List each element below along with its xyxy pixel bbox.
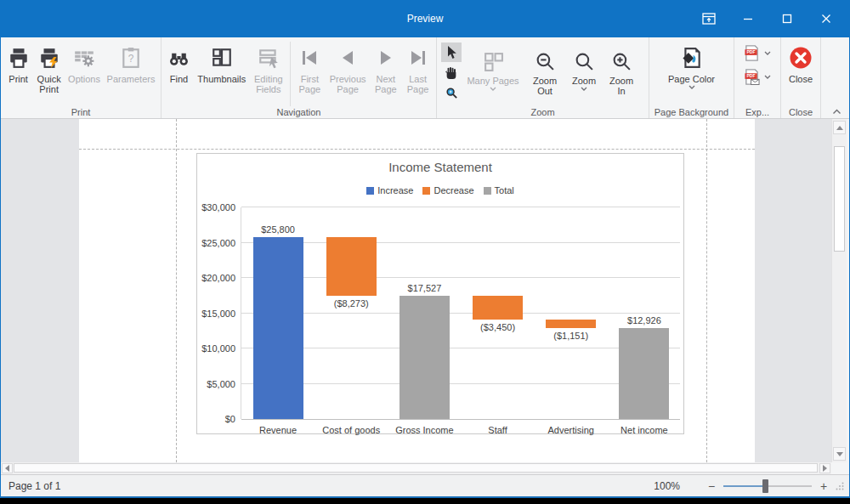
many-pages-button[interactable]: Many Pages xyxy=(463,47,523,91)
y-axis-label: $0 xyxy=(198,414,235,424)
quick-print-button[interactable]: Quick Print xyxy=(33,42,65,95)
maximize-button[interactable] xyxy=(768,7,807,31)
magnifier-glow-icon xyxy=(445,87,458,99)
chevron-down-icon xyxy=(581,87,587,91)
next-page-icon xyxy=(376,44,396,71)
page-indicator: Page 1 of 1 xyxy=(8,480,60,492)
close-window-button[interactable] xyxy=(807,7,846,31)
scroll-left-button[interactable] xyxy=(2,463,13,473)
chart-plot-area: $25,800Revenue($8,273)Cost of goods$17,5… xyxy=(241,207,680,419)
minimize-button[interactable] xyxy=(728,7,768,31)
scroll-down-button[interactable] xyxy=(833,447,846,461)
previous-page-icon xyxy=(337,44,358,71)
legend-item: Increase xyxy=(366,185,413,195)
y-axis-label: $20,000 xyxy=(198,273,235,283)
thumbnails-button[interactable]: Thumbnails xyxy=(194,42,250,84)
gridline xyxy=(241,313,680,314)
zoom-decrease-button[interactable]: − xyxy=(707,479,716,493)
zoom-button[interactable]: Zoom xyxy=(567,47,601,91)
export-document-button[interactable]: PDF xyxy=(740,45,774,61)
hand-icon xyxy=(445,66,458,80)
zoom-out-button[interactable]: Zoom Out xyxy=(523,47,567,97)
bar-revenue xyxy=(253,237,303,419)
group-label-zoom: Zoom xyxy=(437,107,649,117)
binoculars-icon xyxy=(167,44,190,71)
maximize-icon xyxy=(782,14,792,24)
ribbon-display-icon xyxy=(702,13,716,25)
scroll-up-button[interactable] xyxy=(833,121,846,134)
bar-value-label: ($3,450) xyxy=(462,322,535,332)
gridline xyxy=(241,277,680,278)
ribbon-group-page-background: Page Color Page Background xyxy=(649,37,734,118)
chevron-down-icon xyxy=(688,85,695,89)
close-preview-button[interactable]: Close xyxy=(784,42,818,84)
svg-text:PDF: PDF xyxy=(746,73,755,78)
scroll-right-button[interactable] xyxy=(819,463,830,473)
zoom-out-icon xyxy=(535,49,556,73)
bar-staff xyxy=(473,296,523,320)
previous-page-button[interactable]: Previous Page xyxy=(326,42,370,95)
page-color-button[interactable]: Page Color xyxy=(662,42,722,89)
legend-label: Decrease xyxy=(434,185,473,195)
minimize-icon xyxy=(743,14,753,24)
collapse-ribbon-chevron-icon[interactable] xyxy=(832,109,842,115)
titlebar: Preview xyxy=(1,0,849,37)
group-label-print: Print xyxy=(1,107,161,117)
ribbon-group-print: Print Quick Print xyxy=(1,37,162,118)
legend-swatch xyxy=(366,187,374,195)
bar-advertising xyxy=(546,320,596,328)
find-button[interactable]: Find xyxy=(164,42,194,84)
zoom-slider-fill xyxy=(723,485,763,487)
chevron-down-icon[interactable] xyxy=(764,51,771,55)
first-page-button[interactable]: First Page xyxy=(293,42,326,95)
hand-tool[interactable] xyxy=(441,63,462,82)
toolbar-separator xyxy=(290,42,291,106)
bar-value-label: $25,800 xyxy=(241,224,314,235)
chart-title: Income Statement xyxy=(197,160,683,174)
y-axis-label: $5,000 xyxy=(198,379,235,389)
bar-value-label: $12,926 xyxy=(608,315,681,326)
horizontal-scrollbar[interactable] xyxy=(1,462,831,474)
x-axis-label: Revenue xyxy=(241,425,314,435)
document-preview-area: Income Statement IncreaseDecreaseTotal $… xyxy=(1,119,831,462)
margin-guide-right xyxy=(706,119,707,462)
vertical-scroll-thumb[interactable] xyxy=(834,146,845,252)
resize-grip[interactable] xyxy=(836,482,844,490)
chevron-down-icon[interactable] xyxy=(764,75,771,79)
export-pdf-icon: PDF xyxy=(744,45,760,61)
margin-guide-left xyxy=(176,119,177,462)
page[interactable]: Income Statement IncreaseDecreaseTotal $… xyxy=(79,119,755,462)
svg-text:PDF: PDF xyxy=(746,49,755,54)
ribbon-display-options-button[interactable] xyxy=(689,7,728,31)
parameters-icon: ? xyxy=(121,44,141,71)
zoom-slider[interactable] xyxy=(723,485,812,487)
last-page-icon xyxy=(408,44,428,71)
thumbnails-icon xyxy=(211,44,233,71)
zoom-slider-handle[interactable] xyxy=(762,479,768,493)
group-label-navigation: Navigation xyxy=(162,107,436,117)
horizontal-scroll-thumb[interactable] xyxy=(14,463,818,473)
zoom-increase-button[interactable]: + xyxy=(819,479,828,493)
group-label-page-background: Page Background xyxy=(649,107,734,117)
page-color-icon xyxy=(681,44,703,71)
vertical-scrollbar[interactable] xyxy=(831,119,847,462)
gridline xyxy=(241,383,680,384)
svg-text:?: ? xyxy=(128,53,134,65)
x-axis-label: Advertising xyxy=(535,425,608,435)
next-page-button[interactable]: Next Page xyxy=(370,42,403,95)
ribbon-group-zoom: Many Pages Zoom Out Zoom xyxy=(437,37,649,118)
print-button[interactable]: Print xyxy=(3,42,33,84)
bar-gross-income xyxy=(400,296,450,419)
options-button[interactable]: Options xyxy=(65,42,104,84)
last-page-button[interactable]: Last Page xyxy=(402,42,434,95)
parameters-button[interactable]: ? Parameters xyxy=(104,42,158,84)
editing-fields-button[interactable]: Editing Fields xyxy=(250,42,287,95)
zoom-in-button[interactable]: Zoom In xyxy=(601,47,642,97)
gridline xyxy=(241,242,680,243)
close-icon xyxy=(789,44,813,71)
mouse-pointer-tool[interactable] xyxy=(441,42,462,62)
send-document-button[interactable]: PDF xyxy=(740,69,774,85)
x-axis-label: Gross Income xyxy=(388,425,461,435)
magnifier-tool[interactable] xyxy=(441,83,462,103)
ribbon-group-navigation: Find Thumbnails Editing Fields xyxy=(162,37,437,118)
